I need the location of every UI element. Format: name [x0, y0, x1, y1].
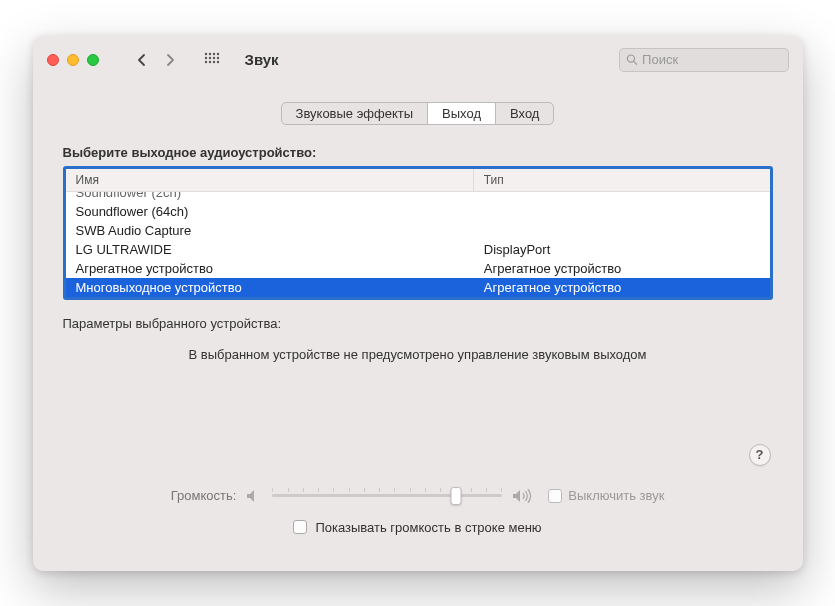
- close-button[interactable]: [47, 54, 59, 66]
- svg-point-5: [208, 56, 210, 58]
- list-item[interactable]: Soundflower (2ch): [66, 192, 770, 202]
- mute-checkbox[interactable]: Выключить звук: [548, 488, 664, 503]
- nav-buttons: [129, 48, 183, 72]
- sound-prefs-window: Звук Звуковые эффекты Выход Вход Выберит…: [33, 36, 803, 571]
- menubar-label: Показывать громкость в строке меню: [315, 520, 541, 535]
- list-item[interactable]: Агрегатное устройство Агрегатное устройс…: [66, 259, 770, 278]
- content: Звуковые эффекты Выход Вход Выберите вых…: [33, 84, 803, 571]
- search-field[interactable]: [619, 48, 789, 72]
- device-type: [474, 221, 770, 240]
- mute-label: Выключить звук: [568, 488, 664, 503]
- device-type: Агрегатное устройство: [474, 259, 770, 278]
- bottom-controls: Громкость: Выключить звук: [63, 486, 773, 553]
- volume-row: Громкость: Выключить звук: [63, 486, 773, 506]
- params-message: В выбранном устройстве не предусмотрено …: [63, 347, 773, 362]
- volume-slider[interactable]: [272, 486, 502, 506]
- search-icon: [626, 53, 638, 66]
- col-header-name[interactable]: Имя: [66, 169, 474, 191]
- tab-input[interactable]: Вход: [496, 103, 553, 124]
- device-type: DisplayPort: [474, 240, 770, 259]
- search-input[interactable]: [642, 52, 781, 67]
- device-name: Soundflower (64ch): [66, 202, 474, 221]
- tab-output[interactable]: Выход: [428, 103, 496, 124]
- toolbar: Звук: [33, 36, 803, 84]
- svg-point-1: [208, 52, 210, 54]
- tab-bar: Звуковые эффекты Выход Вход: [281, 102, 555, 125]
- svg-point-6: [212, 56, 214, 58]
- page-title: Звук: [245, 51, 279, 68]
- svg-line-13: [633, 61, 636, 64]
- device-type: [474, 192, 770, 202]
- back-button[interactable]: [129, 48, 155, 72]
- device-name: LG ULTRAWIDE: [66, 240, 474, 259]
- device-name: Многовыходное устройство: [66, 278, 474, 297]
- list-body: Soundflower (2ch) Soundflower (64ch) SWB…: [66, 192, 770, 297]
- minimize-button[interactable]: [67, 54, 79, 66]
- list-item[interactable]: Многовыходное устройство Агрегатное устр…: [66, 278, 770, 297]
- svg-point-3: [216, 52, 218, 54]
- list-header: Имя Тип: [66, 169, 770, 192]
- device-name: Soundflower (2ch): [66, 192, 474, 202]
- svg-point-10: [212, 60, 214, 62]
- checkbox-icon: [293, 520, 307, 534]
- tab-sound-effects[interactable]: Звуковые эффекты: [282, 103, 429, 124]
- svg-point-0: [204, 52, 206, 54]
- svg-point-4: [204, 56, 206, 58]
- grid-icon: [204, 52, 220, 68]
- zoom-button[interactable]: [87, 54, 99, 66]
- speaker-low-icon: [246, 489, 262, 503]
- device-type: Агрегатное устройство: [474, 278, 770, 297]
- list-item[interactable]: Soundflower (64ch): [66, 202, 770, 221]
- slider-track: [272, 494, 502, 497]
- show-all-button[interactable]: [199, 48, 225, 72]
- svg-point-11: [216, 60, 218, 62]
- forward-button[interactable]: [157, 48, 183, 72]
- window-controls: [47, 54, 99, 66]
- choose-device-label: Выберите выходное аудиоустройство:: [63, 145, 773, 160]
- list-item[interactable]: SWB Audio Capture: [66, 221, 770, 240]
- params-label: Параметры выбранного устройства:: [63, 316, 773, 331]
- col-header-type[interactable]: Тип: [474, 169, 770, 191]
- svg-point-9: [208, 60, 210, 62]
- chevron-left-icon: [137, 53, 147, 67]
- menubar-checkbox[interactable]: Показывать громкость в строке меню: [293, 520, 541, 535]
- speaker-high-icon: [512, 489, 532, 503]
- svg-point-2: [212, 52, 214, 54]
- checkbox-icon: [548, 489, 562, 503]
- device-name: Агрегатное устройство: [66, 259, 474, 278]
- chevron-right-icon: [165, 53, 175, 67]
- slider-ticks: [272, 488, 502, 492]
- device-name: SWB Audio Capture: [66, 221, 474, 240]
- device-type: [474, 202, 770, 221]
- slider-thumb[interactable]: [451, 487, 462, 505]
- device-list[interactable]: Имя Тип Soundflower (2ch) Soundflower (6…: [63, 166, 773, 300]
- svg-point-8: [204, 60, 206, 62]
- volume-label: Громкость:: [171, 488, 237, 503]
- list-item[interactable]: LG ULTRAWIDE DisplayPort: [66, 240, 770, 259]
- svg-point-7: [216, 56, 218, 58]
- help-button[interactable]: ?: [749, 444, 771, 466]
